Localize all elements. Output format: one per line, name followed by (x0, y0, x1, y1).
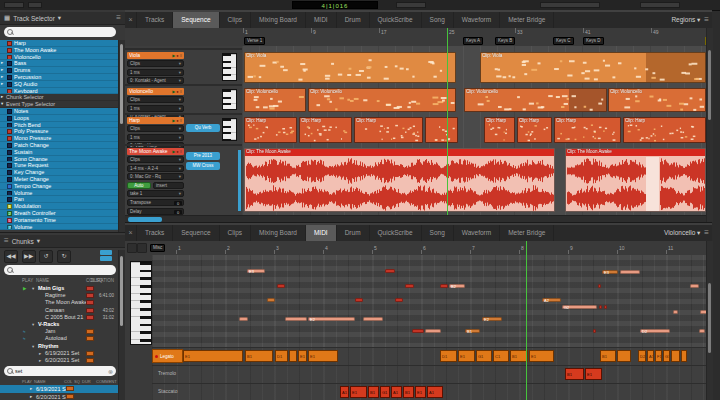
chunk-color-chip[interactable] (86, 315, 94, 320)
midi-clip[interactable]: Clip: Violoncello (464, 88, 607, 112)
scrollbar-thumb[interactable] (708, 283, 711, 353)
record-icon[interactable]: ● (176, 118, 178, 123)
lane-label[interactable]: Staccato (158, 388, 177, 394)
sidebar-item-mono-pressure[interactable]: Mono Pressure (0, 135, 118, 142)
midi-note[interactable] (598, 284, 601, 288)
pane-target-selector[interactable]: Violoncello ▾≡ (664, 225, 709, 241)
tab-clips[interactable]: Clips (220, 225, 251, 241)
articulation-block[interactable]: G1 (663, 350, 670, 362)
lane-staccato[interactable]: StaccatoA1E1B1G1A1B1E1A1 (152, 383, 706, 400)
articulation-block[interactable] (289, 350, 297, 362)
sidebar-item-drums[interactable]: ▸Drums (0, 67, 118, 74)
chunk-color-chip[interactable] (86, 358, 94, 363)
chunks-scrollbar[interactable] (118, 250, 125, 400)
midi-note[interactable] (277, 284, 285, 288)
articulation-block[interactable]: G1 (380, 386, 390, 398)
tab-song[interactable]: Song (422, 225, 454, 241)
track-title-viola[interactable]: Viola▶●≡ (127, 52, 184, 59)
sidebar-item-song-change[interactable]: Song Change (0, 156, 118, 163)
clip-area[interactable]: Clip: ViolaClip: ViolaClip: VioloncelloC… (242, 46, 706, 215)
expander-icon[interactable]: ▸ (30, 393, 32, 400)
record-icon[interactable]: ● (176, 53, 178, 58)
expander-icon[interactable]: ▾ (32, 321, 34, 328)
pane-menu-icon[interactable]: ≡ (704, 16, 709, 24)
marker-tag-keys-c[interactable]: Keys C (553, 37, 574, 45)
sequence-vscrollbar[interactable] (706, 28, 713, 222)
mini-keyboard[interactable] (222, 118, 237, 141)
track-setting-dropdown[interactable]: ▾Clips (127, 96, 184, 103)
clear-filter-icon[interactable]: ⊗ (108, 368, 113, 375)
midi-clip[interactable]: Clip: Harp (623, 117, 706, 143)
articulation-block[interactable]: B1 (403, 386, 414, 398)
expander-icon[interactable]: ▸ (30, 385, 32, 393)
sidebar-item-violoncello[interactable]: Violoncello (0, 54, 118, 61)
marker-tag-keys-d[interactable]: Keys D (583, 37, 604, 45)
toolbar-box[interactable] (4, 2, 24, 8)
lane-legato[interactable]: LegatoE1B1D1E1E1D1E1G1C1B1E1B1D2A1F1G1 (152, 347, 706, 365)
track-setting-dropdown[interactable]: ▾1-4 ms - A 2-4 (127, 165, 184, 172)
articulation-block[interactable]: B1 (368, 386, 379, 398)
chunk-color-chip[interactable] (86, 308, 94, 313)
midi-clip[interactable] (425, 117, 458, 143)
sidebar-item-bass[interactable]: ▸Bass (0, 60, 118, 67)
articulation-block[interactable]: A1 (647, 350, 654, 362)
articulation-block[interactable]: B1 (600, 350, 616, 362)
play-chunk-icon[interactable]: ▶ (23, 285, 26, 292)
chunk-color-chip[interactable] (86, 300, 94, 305)
set-row-6-19-2021-set[interactable]: ▸6/19/2021 Set (0, 385, 118, 393)
chunk-row-main-gigs[interactable]: ▶▾Main Gigs (0, 285, 118, 292)
expander-icon[interactable]: ▸ (1, 67, 3, 74)
chunks-header[interactable]: ≡ Chunks ▾ (0, 235, 125, 248)
midi-ruler[interactable]: 1234567891011 Misc (125, 241, 706, 256)
delay-value[interactable]: 0 (174, 210, 182, 215)
midi-note[interactable] (412, 329, 424, 333)
chunk-row-6-20-2021-set[interactable]: ▸6/20/2021 Set (0, 357, 118, 364)
midi-note[interactable] (690, 284, 699, 288)
chunk-row-v-racks[interactable]: ▾V-Racks (0, 321, 118, 328)
midi-note[interactable] (699, 329, 705, 333)
tab-tracks[interactable]: Tracks (137, 12, 173, 28)
midi-note[interactable] (267, 298, 275, 302)
play-track-icon[interactable]: ▶ (172, 89, 175, 94)
articulation-block[interactable]: E1 (183, 350, 243, 362)
tab-meter-bridge[interactable]: Meter Bridge (500, 225, 554, 241)
articulation-block[interactable]: E1 (350, 386, 367, 398)
midi-note[interactable] (405, 284, 414, 288)
midi-note[interactable] (363, 317, 383, 321)
articulation-block[interactable]: E1 (298, 350, 307, 362)
articulation-block[interactable]: A1 (340, 386, 349, 398)
tab-midi[interactable]: MIDI (306, 12, 337, 28)
playhead[interactable] (447, 28, 448, 215)
track-setting-dropdown[interactable]: ▾Clips (127, 125, 184, 132)
set-color-chip[interactable] (66, 394, 74, 399)
sidebar-scrollbar[interactable] (118, 40, 125, 232)
track-menu-icon[interactable]: ≡ (180, 149, 182, 154)
tab-drum[interactable]: Drum (337, 12, 370, 28)
sidebar-item-harp[interactable]: Harp (0, 40, 118, 47)
transpose-stepper[interactable]: Transpose0 (127, 199, 184, 206)
expander-icon[interactable]: ▸ (1, 74, 3, 81)
articulation-block[interactable]: E1 (415, 386, 426, 398)
midi-note[interactable]: E2 (308, 317, 355, 321)
articulation-block[interactable]: E1 (458, 350, 475, 362)
chunk-color-chip[interactable] (86, 351, 94, 356)
midi-clip[interactable]: Clip: Violoncello (608, 88, 706, 112)
sidebar-item-sustain[interactable]: Sustain (0, 149, 118, 156)
midi-note[interactable] (385, 269, 395, 273)
track-setting-dropdown[interactable]: ▾1 ms (127, 69, 184, 76)
set-color-chip[interactable] (66, 386, 74, 391)
midi-note[interactable]: E3 (247, 269, 265, 273)
midi-note[interactable]: E2 (482, 317, 502, 321)
sidebar-item-notes[interactable]: Notes (0, 108, 118, 115)
midi-clip[interactable]: Clip: Harp (484, 117, 515, 143)
rewind-button[interactable]: ◀◀ (4, 250, 18, 263)
articulation-block[interactable]: D2 (638, 350, 646, 362)
pane-target-label[interactable]: Violoncello ▾ (664, 229, 700, 237)
audio-clip[interactable]: Clip: The Moon Awake (565, 148, 706, 212)
articulation-block[interactable]: A1 (391, 386, 402, 398)
midi-note[interactable] (620, 270, 640, 274)
chunks-search-input[interactable] (15, 267, 100, 273)
track-menu-icon[interactable]: ≡ (180, 89, 182, 94)
take-dropdown[interactable]: ▾take 1 (127, 190, 184, 197)
chunk-row-6-19-2021-set[interactable]: ▸6/19/2021 Set (0, 350, 118, 357)
